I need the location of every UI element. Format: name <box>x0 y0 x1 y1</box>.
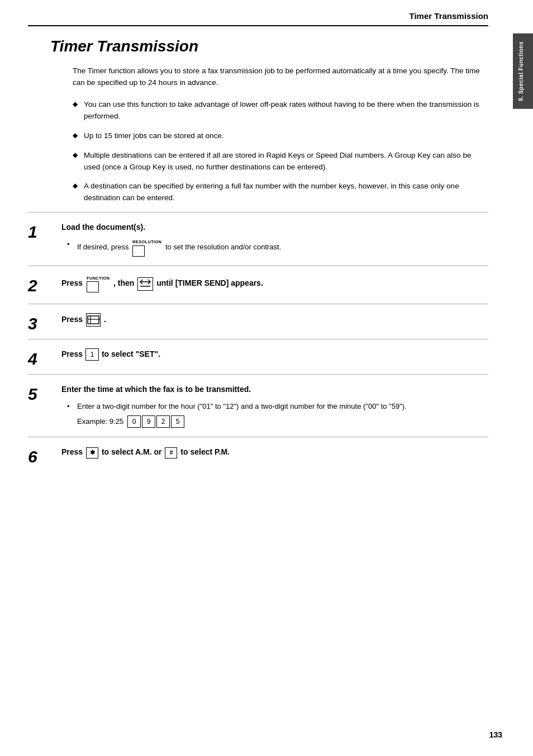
step-2-press-label: Press <box>61 278 85 287</box>
bullet-item: Up to 15 timer jobs can be stored at onc… <box>73 130 488 142</box>
example-digit-0: 0 <box>127 415 141 428</box>
page-header: Timer Transmission <box>28 11 488 26</box>
step-4-title: Press 1 to select "SET". <box>61 348 488 361</box>
step-3-body: Press . <box>61 313 488 332</box>
example-digit-9: 9 <box>142 415 155 428</box>
step-1: 1 Load the document(s). If desired, pres… <box>28 212 488 266</box>
step-2-title: Press FUNCTION , then until <box>61 275 488 292</box>
step-5-title: Enter the time at which the fax is to be… <box>61 384 488 395</box>
page-title: Timer Transmission <box>50 37 488 55</box>
bullet-item: A destination can be specified by enteri… <box>73 181 488 204</box>
step-number-4: 4 <box>28 348 61 368</box>
key-hash: # <box>165 447 177 459</box>
step-6-am-label: to select A.M. or <box>102 447 164 456</box>
step-6-press-label: Press <box>61 447 85 456</box>
side-tab-text: 8. Special Functions <box>518 41 524 101</box>
press-key-icon-3 <box>86 313 101 327</box>
step-5-body: Enter the time at which the fax is to be… <box>61 384 488 431</box>
key-star: ✱ <box>86 447 98 459</box>
step-1-sub-1: If desired, press RESOLUTION to set the … <box>67 239 488 257</box>
function-key: FUNCTION <box>87 275 110 292</box>
example-label: Example: 9:25 <box>77 416 123 427</box>
step-3: 3 Press . <box>28 304 488 339</box>
step-5-subbullets: Enter a two-digit number for the hour ("… <box>67 401 488 428</box>
step-1-subbullets: If desired, press RESOLUTION to set the … <box>67 239 488 257</box>
svg-rect-3 <box>88 316 99 324</box>
step-4-press-label: Press <box>61 349 85 358</box>
step-2-body: Press FUNCTION , then until <box>61 275 488 298</box>
step-6-pm-label: to select P.M. <box>180 447 230 456</box>
step-number-1: 1 <box>28 221 61 242</box>
example-digit-2: 2 <box>156 415 170 428</box>
side-tab: 8. Special Functions <box>513 34 533 109</box>
bullet-list: You can use this function to take advant… <box>73 99 488 204</box>
page-number: 133 <box>489 730 502 739</box>
resolution-key: RESOLUTION <box>132 239 161 257</box>
step-4: 4 Press 1 to select "SET". <box>28 339 488 374</box>
step-number-3: 3 <box>28 313 61 333</box>
example-row: Example: 9:25 0 9 2 5 <box>77 415 488 428</box>
intro-paragraph: The Timer function allows you to store a… <box>73 65 488 89</box>
step-number-5: 5 <box>28 384 61 404</box>
step-number-6: 6 <box>28 446 61 466</box>
step-number-2: 2 <box>28 275 61 295</box>
bullet-item: Multiple destinations can be entered if … <box>73 150 488 173</box>
step-1-body: Load the document(s). If desired, press … <box>61 221 488 260</box>
step-1-sub-text-before: If desired, press <box>77 243 131 252</box>
step-6-body: Press ✱ to select A.M. or # to select P.… <box>61 446 488 464</box>
step-6-title: Press ✱ to select A.M. or # to select P.… <box>61 446 488 458</box>
step-4-select-label: to select "SET". <box>102 349 160 358</box>
step-3-period: . <box>104 315 106 324</box>
step-3-title: Press . <box>61 313 488 327</box>
step-3-press-label: Press <box>61 315 85 324</box>
step-5-sub-1: Enter a two-digit number for the hour ("… <box>67 401 488 428</box>
step-2-then-label: , then <box>113 278 136 287</box>
step-2-until-label: until [TIMER SEND] appears. <box>156 278 263 287</box>
step-1-sub-text-after: to set the resolution and/or contrast. <box>165 243 281 252</box>
step-4-body: Press 1 to select "SET". <box>61 348 488 366</box>
key-1: 1 <box>85 348 99 361</box>
bullet-item: You can use this function to take advant… <box>73 99 488 122</box>
step-1-title: Load the document(s). <box>61 221 488 233</box>
step-5-sub-text: Enter a two-digit number for the hour ("… <box>77 402 407 410</box>
example-digit-5: 5 <box>171 415 184 428</box>
header-title: Timer Transmission <box>410 11 488 21</box>
step-6: 6 Press ✱ to select A.M. or # to select … <box>28 437 488 472</box>
scroll-key-icon <box>137 277 153 291</box>
step-5: 5 Enter the time at which the fax is to … <box>28 374 488 437</box>
step-2: 2 Press FUNCTION , then <box>28 266 488 304</box>
